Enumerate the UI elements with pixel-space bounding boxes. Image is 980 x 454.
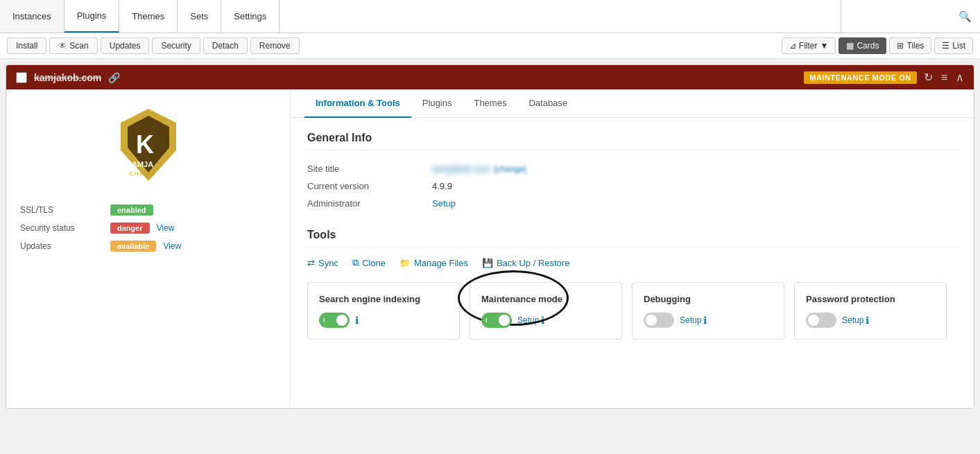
search-box: 🔍 bbox=[841, 0, 980, 33]
site-logo: K KAMJA CHOOB bbox=[107, 103, 190, 186]
debugging-info-icon[interactable]: ℹ bbox=[703, 315, 707, 326]
tab-information-tools[interactable]: Information & Tools bbox=[304, 89, 411, 118]
tab-plugins[interactable]: Plugins bbox=[411, 89, 463, 118]
detach-button[interactable]: Detach bbox=[203, 37, 248, 54]
maintenance-toggle[interactable]: I bbox=[481, 313, 512, 328]
maintenance-setup-label: Setup bbox=[517, 315, 539, 325]
updates-button[interactable]: Updates bbox=[101, 37, 150, 54]
top-nav-tabs: Instances Plugins Themes Sets Settings bbox=[0, 0, 841, 33]
view-cards-button[interactable]: ▦ Cards bbox=[839, 37, 886, 54]
svg-text:CHOOB: CHOOB bbox=[129, 171, 156, 177]
info-table: Site title kamjakob.com [change] Current… bbox=[307, 160, 957, 212]
debugging-setup-label: Setup bbox=[680, 315, 701, 325]
debugging-slider bbox=[644, 313, 674, 328]
tab-themes[interactable]: Themes bbox=[119, 0, 178, 33]
sync-icon: ⇄ bbox=[307, 258, 315, 268]
cards-label: Cards bbox=[857, 41, 879, 51]
maintenance-badge: MAINTENANCE MODE ON bbox=[804, 71, 916, 84]
feature-card-maintenance: Maintenance mode I Setup bbox=[470, 282, 622, 340]
view-list-button[interactable]: ☰ List bbox=[934, 37, 973, 54]
menu-icon[interactable]: ≡ bbox=[941, 71, 947, 84]
debugging-setup-link[interactable]: Setup ℹ bbox=[680, 315, 707, 326]
tab-settings[interactable]: Settings bbox=[221, 0, 280, 33]
updates-label: Updates bbox=[110, 41, 141, 51]
collapse-icon[interactable]: ∧ bbox=[956, 71, 964, 84]
debugging-title: Debugging bbox=[644, 294, 773, 304]
tab-sets[interactable]: Sets bbox=[178, 0, 221, 33]
toggle-on-label: I bbox=[323, 317, 325, 324]
instance-checkbox[interactable] bbox=[16, 72, 27, 83]
install-button[interactable]: Install bbox=[7, 37, 46, 54]
toggle-on-label-maintenance: I bbox=[485, 317, 488, 324]
tiles-label: Tiles bbox=[906, 41, 924, 51]
install-label: Install bbox=[16, 41, 37, 51]
search-indexing-body: I ℹ bbox=[319, 313, 448, 328]
svg-text:K: K bbox=[136, 130, 154, 159]
security-row: Security status danger View bbox=[20, 222, 276, 234]
ssl-row: SSL/TLS enabled bbox=[20, 204, 276, 216]
inner-tabs: Information & Tools Plugins Themes Datab… bbox=[291, 89, 974, 118]
cards-icon: ▦ bbox=[846, 41, 854, 51]
sync-link[interactable]: ⇄ Sync bbox=[307, 257, 338, 268]
scan-button[interactable]: 👁 Scan bbox=[49, 37, 97, 54]
sidebar: K KAMJA CHOOB SSL/TLS enabled Security s… bbox=[6, 89, 291, 408]
feature-card-debugging: Debugging Setup ℹ bbox=[632, 282, 784, 340]
change-link[interactable]: [change] bbox=[495, 164, 526, 174]
refresh-icon[interactable]: ↻ bbox=[924, 71, 933, 84]
search-indexing-title: Search engine indexing bbox=[319, 294, 448, 304]
password-toggle[interactable] bbox=[806, 313, 836, 328]
filter-chevron: ▼ bbox=[820, 41, 829, 51]
list-label: List bbox=[952, 41, 965, 51]
feature-card-password: Password protection Setup ℹ bbox=[794, 282, 947, 340]
maintenance-setup-link[interactable]: Setup ℹ bbox=[517, 315, 544, 326]
view-tiles-button[interactable]: ⊞ Tiles bbox=[889, 37, 931, 54]
password-setup-link[interactable]: Setup ℹ bbox=[842, 315, 869, 326]
list-icon: ☰ bbox=[942, 41, 949, 51]
external-link-icon[interactable]: 🔗 bbox=[108, 72, 120, 83]
maintenance-title: Maintenance mode bbox=[481, 294, 610, 304]
search-input[interactable] bbox=[850, 11, 958, 21]
debugging-toggle[interactable] bbox=[644, 313, 674, 328]
updates-status-badge: available bbox=[110, 241, 156, 252]
feature-card-search-indexing: Search engine indexing I ℹ bbox=[307, 282, 460, 340]
tab-instances[interactable]: Instances bbox=[0, 0, 65, 33]
general-info-title: General Info bbox=[307, 132, 957, 150]
sync-label: Sync bbox=[318, 258, 338, 268]
toolbar: Install 👁 Scan Updates Security Detach R… bbox=[0, 33, 980, 59]
clone-icon: ⧉ bbox=[352, 257, 359, 268]
panel-content: General Info Site title kamjakob.com [ch… bbox=[291, 118, 974, 353]
tiles-icon: ⊞ bbox=[897, 41, 904, 51]
ssl-status-badge: enabled bbox=[110, 204, 153, 216]
search-indexing-toggle[interactable]: I bbox=[319, 313, 350, 328]
header-icons: ↻ ≡ ∧ bbox=[924, 71, 964, 84]
backup-restore-link[interactable]: 💾 Back Up / Restore bbox=[482, 257, 570, 268]
site-title-row: Site title kamjakob.com [change] bbox=[307, 160, 957, 177]
remove-button[interactable]: Remove bbox=[250, 37, 300, 54]
updates-row: Updates available View bbox=[20, 241, 276, 252]
filter-button[interactable]: ⊿ Filter ▼ bbox=[782, 37, 836, 54]
app-wrapper: Instances Plugins Themes Sets Settings 🔍… bbox=[0, 0, 980, 454]
toolbar-right: ⊿ Filter ▼ ▦ Cards ⊞ Tiles ☰ List bbox=[782, 37, 973, 54]
maintenance-info-icon[interactable]: ℹ bbox=[541, 315, 544, 326]
security-status-badge: danger bbox=[110, 222, 150, 234]
main-content: K KAMJA CHOOB SSL/TLS enabled Security s… bbox=[6, 89, 974, 408]
password-info-icon[interactable]: ℹ bbox=[866, 315, 869, 326]
updates-view-link[interactable]: View bbox=[163, 241, 181, 251]
instance-header: kamjakob.com 🔗 MAINTENANCE MODE ON ↻ ≡ ∧ bbox=[6, 65, 974, 89]
tab-plugins[interactable]: Plugins bbox=[65, 0, 120, 33]
manage-files-link[interactable]: 📁 Manage Files bbox=[399, 257, 468, 268]
tab-database[interactable]: Database bbox=[517, 89, 578, 118]
clone-label: Clone bbox=[362, 258, 386, 268]
admin-setup-link[interactable]: Setup bbox=[432, 198, 456, 209]
debugging-body: Setup ℹ bbox=[644, 313, 773, 328]
security-view-link[interactable]: View bbox=[157, 223, 175, 233]
security-button[interactable]: Security bbox=[152, 37, 200, 54]
site-title-val: kamjakob.com bbox=[432, 164, 490, 174]
tab-themes[interactable]: Themes bbox=[463, 89, 517, 118]
password-protection-body: Setup ℹ bbox=[806, 313, 935, 328]
remove-label: Remove bbox=[259, 41, 291, 51]
security-status-label: Security status bbox=[20, 223, 103, 233]
clone-link[interactable]: ⧉ Clone bbox=[352, 257, 386, 268]
site-title-key: Site title bbox=[307, 164, 432, 174]
search-indexing-info-icon[interactable]: ℹ bbox=[355, 315, 359, 326]
